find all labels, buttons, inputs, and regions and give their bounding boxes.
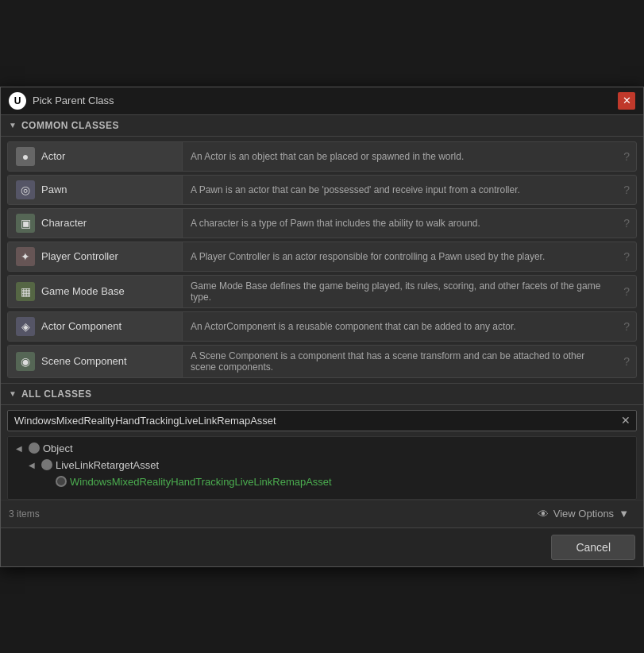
all-classes-label: All Classes (21, 388, 92, 400)
items-count: 3 items (9, 508, 40, 520)
class-list: ● Actor An Actor is an object that can b… (1, 137, 643, 383)
all-classes-header[interactable]: ▼ All Classes (1, 384, 643, 405)
tree-item-livelink[interactable]: ◀ LiveLinkRetargetAsset (14, 457, 630, 473)
actor-component-label: Actor Component (41, 320, 121, 332)
scene-component-label: Scene Component (41, 355, 127, 367)
class-btn-actor[interactable]: ● Actor (8, 142, 183, 171)
pawn-desc: A Pawn is an actor that can be 'possesse… (183, 176, 617, 204)
game-mode-help-icon[interactable]: ? (617, 276, 636, 307)
ue-logo: U (9, 92, 26, 110)
game-mode-label: Game Mode Base (41, 285, 125, 297)
title-bar-left: U Pick Parent Class (9, 92, 114, 110)
view-options-dropdown-icon: ▼ (619, 508, 629, 520)
actor-component-help-icon[interactable]: ? (617, 312, 636, 341)
character-help-icon[interactable]: ? (617, 209, 636, 238)
character-desc: A character is a type of Pawn that inclu… (183, 209, 617, 238)
common-classes-section: ▼ Common Classes ● Actor An Actor is an … (1, 115, 643, 383)
actor-desc: An Actor is an object that can be placed… (183, 142, 617, 171)
common-classes-label: Common Classes (21, 120, 119, 131)
player-controller-help-icon[interactable]: ? (617, 242, 636, 271)
search-row: ✕ (1, 405, 643, 436)
character-label: Character (41, 217, 87, 229)
pawn-icon: ◎ (16, 180, 35, 199)
tree-item-wmr[interactable]: WindowsMixedRealityHandTrackingLiveLinkR… (14, 473, 630, 490)
player-controller-label: Player Controller (41, 250, 118, 262)
class-btn-actor-component[interactable]: ◈ Actor Component (8, 312, 183, 341)
search-clear-button[interactable]: ✕ (618, 412, 634, 428)
player-controller-icon: ✦ (16, 247, 35, 266)
close-button[interactable]: ✕ (618, 92, 635, 110)
actor-label: Actor (41, 150, 65, 162)
scene-component-desc: A Scene Component is a component that ha… (183, 346, 617, 377)
actor-component-icon: ◈ (16, 317, 35, 336)
all-classes-triangle: ▼ (9, 389, 17, 398)
view-options-button[interactable]: 👁 View Options ▼ (531, 505, 635, 523)
class-btn-player-controller[interactable]: ✦ Player Controller (8, 242, 183, 271)
tree-arrow-object: ◀ (16, 444, 25, 453)
search-input[interactable] (7, 410, 637, 431)
tree-area: ◀ Object ◀ LiveLinkRetargetAsset Windows… (7, 436, 637, 500)
tree-label-livelink: LiveLinkRetargetAsset (56, 459, 159, 471)
dialog-footer: Cancel (1, 527, 643, 566)
tree-label-wmr: WindowsMixedRealityHandTrackingLiveLinkR… (70, 476, 332, 488)
actor-icon: ● (16, 147, 35, 166)
class-item-character[interactable]: ▣ Character A character is a type of Paw… (7, 208, 637, 238)
tree-circle-object (29, 442, 40, 454)
dialog-title: Pick Parent Class (33, 95, 114, 106)
class-btn-game-mode-base[interactable]: ▦ Game Mode Base (8, 276, 183, 307)
game-mode-icon: ▦ (16, 282, 35, 301)
class-btn-scene-component[interactable]: ◉ Scene Component (8, 346, 183, 377)
title-bar: U Pick Parent Class ✕ (1, 87, 643, 115)
view-options-label: View Options (553, 508, 614, 520)
class-item-pawn[interactable]: ◎ Pawn A Pawn is an actor that can be 'p… (7, 175, 637, 205)
dialog-content: ▼ Common Classes ● Actor An Actor is an … (1, 115, 643, 527)
class-item-actor[interactable]: ● Actor An Actor is an object that can b… (7, 141, 637, 172)
common-classes-triangle: ▼ (9, 121, 17, 129)
class-item-player-controller[interactable]: ✦ Player Controller A Player Controller … (7, 241, 637, 272)
search-input-wrapper: ✕ (7, 410, 637, 431)
tree-circle-livelink (41, 459, 52, 470)
pawn-help-icon[interactable]: ? (617, 176, 636, 204)
class-btn-pawn[interactable]: ◎ Pawn (8, 176, 183, 204)
player-controller-desc: A Player Controller is an actor responsi… (183, 242, 617, 271)
all-classes-section: ▼ All Classes ✕ ◀ Object (1, 383, 643, 527)
common-classes-header[interactable]: ▼ Common Classes (1, 115, 643, 137)
pawn-label: Pawn (41, 184, 67, 195)
cancel-button[interactable]: Cancel (551, 535, 635, 560)
tree-label-object: Object (43, 442, 73, 454)
scene-component-icon: ◉ (16, 352, 35, 371)
class-btn-character[interactable]: ▣ Character (8, 209, 183, 238)
footer-row: 3 items 👁 View Options ▼ (1, 500, 643, 527)
class-item-game-mode-base[interactable]: ▦ Game Mode Base Game Mode Base defines … (7, 275, 637, 308)
tree-arrow-livelink: ◀ (29, 461, 38, 469)
actor-help-icon[interactable]: ? (617, 142, 636, 171)
class-item-actor-component[interactable]: ◈ Actor Component An ActorComponent is a… (7, 311, 637, 342)
game-mode-desc: Game Mode Base defines the game being pl… (183, 276, 617, 307)
character-icon: ▣ (16, 214, 35, 233)
eye-icon: 👁 (538, 508, 549, 520)
class-item-scene-component[interactable]: ◉ Scene Component A Scene Component is a… (7, 345, 637, 378)
pick-parent-class-dialog: U Pick Parent Class ✕ ▼ Common Classes ●… (0, 87, 644, 567)
tree-circle-wmr (56, 476, 67, 487)
actor-component-desc: An ActorComponent is a reusable componen… (183, 312, 617, 341)
scene-component-help-icon[interactable]: ? (617, 346, 636, 377)
tree-item-object[interactable]: ◀ Object (14, 440, 630, 457)
